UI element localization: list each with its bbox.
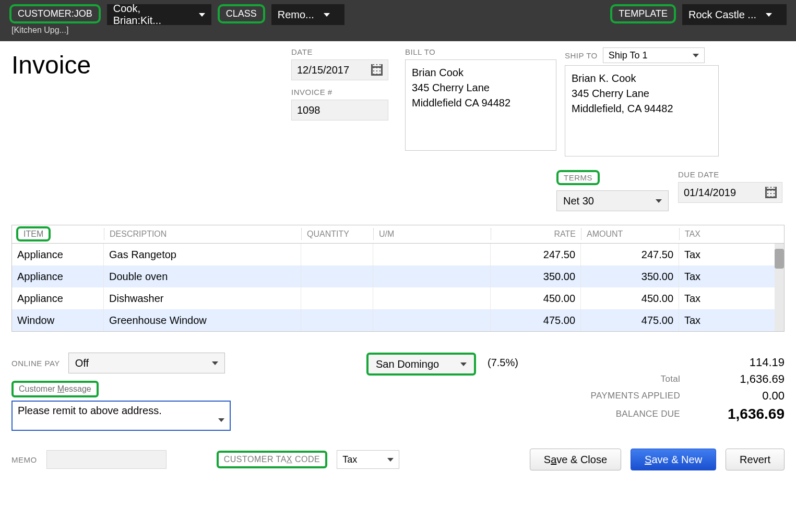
page-title: Invoice: [11, 51, 291, 79]
customer-job-value: Cook, Brian:Kit...: [113, 3, 189, 27]
customer-job-dropdown[interactable]: Cook, Brian:Kit...: [107, 4, 211, 25]
save-close-button[interactable]: Save & Close: [530, 449, 621, 470]
online-pay-label: ONLINE PAY: [11, 359, 60, 368]
scrollbar[interactable]: [775, 244, 784, 331]
online-pay-dropdown[interactable]: Off: [68, 353, 225, 373]
memo-label: MEMO: [11, 455, 37, 464]
top-toolbar: CUSTOMER:JOB [Kitchen Upg...] Cook, Bria…: [0, 0, 796, 41]
bill-to-text[interactable]: Brian Cook 345 Cherry Lane Middlefield C…: [405, 59, 556, 151]
invoice-no-input[interactable]: 1098: [291, 100, 388, 120]
bill-to-label: BILL TO: [405, 47, 565, 56]
col-header-description: DESCRIPTION: [104, 228, 301, 240]
chevron-down-icon: [766, 13, 772, 17]
payments-label: PAYMENTS APPLIED: [544, 391, 680, 401]
chevron-down-icon: [212, 361, 218, 365]
customer-tax-code-label: CUSTOMER TAX CODE: [217, 451, 328, 468]
col-header-item: ITEM: [16, 226, 51, 241]
template-label: TEMPLATE: [610, 4, 676, 23]
chevron-down-icon: [656, 199, 662, 203]
calendar-icon[interactable]: [765, 187, 777, 198]
terms-label: TERMS: [556, 170, 600, 185]
payments-value: 0.00: [696, 389, 785, 403]
customer-tax-code-dropdown[interactable]: Tax: [337, 450, 399, 469]
chevron-down-icon: [460, 362, 467, 366]
class-label: CLASS: [218, 4, 265, 23]
table-row[interactable]: ApplianceDouble oven350.00350.00Tax: [12, 265, 784, 287]
ship-to-text[interactable]: Brian K. Cook 345 Cherry Lane Middlefiel…: [565, 65, 719, 156]
memo-input[interactable]: [46, 450, 167, 469]
col-header-amount: AMOUNT: [581, 228, 679, 240]
terms-dropdown[interactable]: Net 30: [556, 190, 669, 211]
tax-item-dropdown[interactable]: San Domingo: [366, 353, 476, 376]
customer-message-label: Customer Message: [11, 381, 99, 397]
tax-amount: 114.19: [696, 356, 785, 369]
chevron-down-icon: [693, 54, 699, 57]
template-value: Rock Castle ...: [688, 9, 756, 21]
chevron-down-icon: [199, 13, 205, 17]
balance-label: BALANCE DUE: [544, 409, 680, 419]
table-row[interactable]: WindowGreenhouse Window475.00475.00Tax: [12, 309, 784, 331]
date-label: DATE: [291, 47, 405, 56]
class-value: Remo...: [278, 9, 314, 21]
table-row[interactable]: ApplianceGas Rangetop247.50247.50Tax: [12, 244, 784, 265]
balance-value: 1,636.69: [696, 406, 785, 422]
ship-to-dropdown[interactable]: Ship To 1: [603, 47, 705, 63]
total-label: Total: [544, 374, 680, 384]
customer-job-label: CUSTOMER:JOB: [9, 4, 101, 23]
chevron-down-icon: [324, 13, 330, 17]
due-date-input[interactable]: 01/14/2019: [678, 182, 782, 203]
calendar-icon[interactable]: [371, 64, 383, 76]
col-header-um: U/M: [373, 228, 491, 240]
total-value: 1,636.69: [696, 372, 785, 386]
col-header-tax: TAX: [679, 228, 784, 240]
revert-button[interactable]: Revert: [726, 449, 785, 470]
chevron-down-icon: [218, 418, 224, 422]
save-new-button[interactable]: Save & New: [631, 449, 716, 470]
tax-rate-text: (7.5%): [488, 353, 518, 426]
customer-job-sub: [Kitchen Upg...]: [11, 26, 101, 35]
chevron-down-icon: [387, 458, 394, 462]
table-row[interactable]: ApplianceDishwasher450.00450.00Tax: [12, 287, 784, 309]
template-dropdown[interactable]: Rock Castle ...: [682, 4, 787, 25]
ship-to-label: SHIP TO: [565, 51, 598, 60]
customer-message-dropdown[interactable]: Please remit to above address.: [11, 401, 231, 431]
class-dropdown[interactable]: Remo...: [271, 4, 344, 25]
col-header-quantity: QUANTITY: [301, 228, 373, 240]
invoice-no-label: INVOICE #: [291, 88, 405, 96]
col-header-rate: RATE: [491, 228, 581, 240]
date-input[interactable]: 12/15/2017: [291, 59, 388, 80]
due-date-label: DUE DATE: [678, 170, 782, 179]
line-items-table: ITEM DESCRIPTION QUANTITY U/M RATE AMOUN…: [11, 225, 785, 332]
